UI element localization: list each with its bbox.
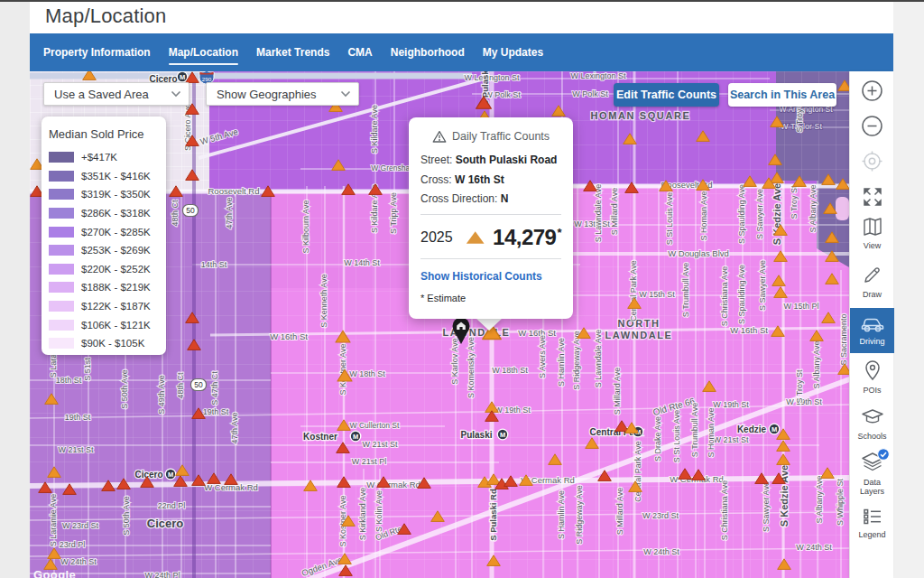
street-label: W 24th Pl xyxy=(144,571,180,578)
popup-title: Daily Traffic Counts xyxy=(452,130,550,143)
area-label: NORTH xyxy=(617,318,660,329)
car-icon xyxy=(860,314,885,332)
pois-button[interactable]: POIs xyxy=(850,359,894,395)
saved-area-dropdown-value: Use a Saved Area xyxy=(54,88,149,101)
street-label: Central Park Ave xyxy=(629,260,638,321)
tab-market-trends[interactable]: Market Trends xyxy=(256,42,329,63)
street-label: S Karlov Ave xyxy=(450,338,459,384)
street-label: W 24th St xyxy=(796,543,832,552)
show-historical-counts-link[interactable]: Show Historical Counts xyxy=(420,270,561,283)
metro-station-icon[interactable]: M xyxy=(165,469,176,480)
street-label: S 51st xyxy=(83,358,92,381)
street-label: Cicero xyxy=(134,470,162,480)
saved-area-dropdown[interactable]: Use a Saved Area xyxy=(43,82,189,106)
legend-row: +$417K xyxy=(49,148,166,167)
street-label: Roosevelt Rd xyxy=(208,186,259,196)
legend-row: $286K - $318K xyxy=(49,204,166,223)
street-label: W Cullerton St xyxy=(350,421,400,430)
legend-row: $319K - $350K xyxy=(49,185,166,204)
street-label: Kostner xyxy=(303,432,337,442)
data-layers-label: DataLayers xyxy=(850,478,894,496)
schools-button[interactable]: Schools xyxy=(850,407,894,441)
street-label: S Avers Ave xyxy=(538,335,547,378)
street-label: S Ridgeway Ave xyxy=(575,485,584,544)
legend-title: Median Sold Price xyxy=(49,127,166,141)
street-label: S St Louis Ave xyxy=(672,410,681,462)
driving-label: Driving xyxy=(850,337,894,346)
legend-swatch xyxy=(49,245,74,256)
street-label: S Sawyer Ave xyxy=(755,189,764,239)
street-label: W 16th St xyxy=(518,328,556,338)
legend-range-label: $220K - $252K xyxy=(81,264,151,275)
search-in-this-area-button[interactable]: Search in This Area xyxy=(728,83,836,107)
popup-count: 14,279* xyxy=(493,225,561,250)
street-label: S Lawndale Ave xyxy=(594,330,603,387)
street-label: W Cermak Rd xyxy=(366,480,420,489)
chevron-down-icon xyxy=(171,90,181,98)
street-label: S Whipple St xyxy=(836,478,845,526)
legend-row: $188K - $219K xyxy=(49,278,166,297)
legend-button[interactable]: Legend xyxy=(850,508,894,539)
tab-neighborhood[interactable]: Neighborhood xyxy=(391,42,465,63)
popup-count-row: 2025 14,279* xyxy=(420,226,561,249)
legend-range-label: $351K - $416K xyxy=(81,171,151,182)
street-label: S Hamlin Ave xyxy=(557,490,566,539)
draw-button[interactable]: Draw xyxy=(850,265,894,299)
metro-station-icon[interactable]: M xyxy=(497,429,508,440)
traffic-counts-popup: Daily Traffic Counts Street: South Pulas… xyxy=(409,117,573,319)
draw-label: Draw xyxy=(850,290,894,299)
street-label: 19th St xyxy=(203,407,229,416)
data-layers-button[interactable]: DataLayers xyxy=(850,452,894,496)
route-shield-50: 50 xyxy=(183,205,199,217)
expand-button[interactable] xyxy=(850,186,894,211)
street-label: W 18th St xyxy=(349,369,385,378)
legend-range-label: $319K - $350K xyxy=(81,189,151,200)
street-label: S Troy St xyxy=(790,185,799,219)
street-label: W 16th St xyxy=(730,325,768,335)
check-badge-icon xyxy=(877,448,890,461)
map-canvas[interactable]: CiceroW Lexington StW Lexington StW Polk… xyxy=(30,71,849,578)
street-label: W 15th St xyxy=(639,290,675,299)
svg-text:50: 50 xyxy=(194,380,203,389)
view-button[interactable]: View xyxy=(850,217,894,250)
street-label: W 23rd St xyxy=(642,511,679,520)
street-label: S Millard Ave xyxy=(613,368,622,415)
popup-street-row: Street: South Pulaski Road xyxy=(420,154,561,166)
popup-direction-row: Cross Direction: N xyxy=(420,193,561,205)
legend-swatch xyxy=(49,264,74,275)
zoom-out-button[interactable] xyxy=(850,115,894,141)
metro-station-icon[interactable]: M xyxy=(177,71,188,82)
street-label: W 23rd St xyxy=(62,521,99,530)
legend-row: $220K - $252K xyxy=(49,260,166,279)
street-label: S Laramie Ave xyxy=(49,494,58,546)
tab-map-location[interactable]: Map/Location xyxy=(169,42,238,63)
driving-button[interactable]: Driving xyxy=(850,308,894,353)
street-label: Central Park Ave xyxy=(633,441,642,501)
street-label: S Homan Ave xyxy=(699,191,708,241)
metro-station-icon[interactable]: M xyxy=(350,431,361,442)
metro-station-icon[interactable]: M xyxy=(769,424,780,434)
svg-text:M: M xyxy=(772,425,777,434)
street-label: 47th Ave xyxy=(230,413,239,444)
tab-my-updates[interactable]: My Updates xyxy=(483,42,543,63)
legend-swatch xyxy=(49,152,74,163)
count-triangle-icon xyxy=(466,229,485,246)
street-label: S Pulaski Rd xyxy=(488,489,498,541)
edit-traffic-counts-button[interactable]: Edit Traffic Counts xyxy=(614,83,719,107)
street-label: S 50th Ave xyxy=(120,369,129,408)
zoom-in-button[interactable] xyxy=(850,79,894,106)
locate-button[interactable] xyxy=(850,150,894,176)
legend-swatch xyxy=(49,171,74,182)
street-label: 22nd Pl xyxy=(158,501,186,510)
street-label: W 19th St xyxy=(494,406,531,415)
tab-property-information[interactable]: Property Information xyxy=(43,42,151,63)
street-label: Pulaski xyxy=(460,430,492,440)
street-label: W 13th St xyxy=(574,219,610,228)
legend-range-label: $122K - $187K xyxy=(81,301,151,312)
street-label: S Albany Ave xyxy=(808,185,818,233)
legend-list-icon xyxy=(862,508,883,526)
zoom-out-icon xyxy=(861,115,883,137)
street-label: 23rd Pl xyxy=(60,540,86,549)
tab-cma[interactable]: CMA xyxy=(347,42,372,63)
geographies-dropdown[interactable]: Show Geographies xyxy=(206,82,359,106)
